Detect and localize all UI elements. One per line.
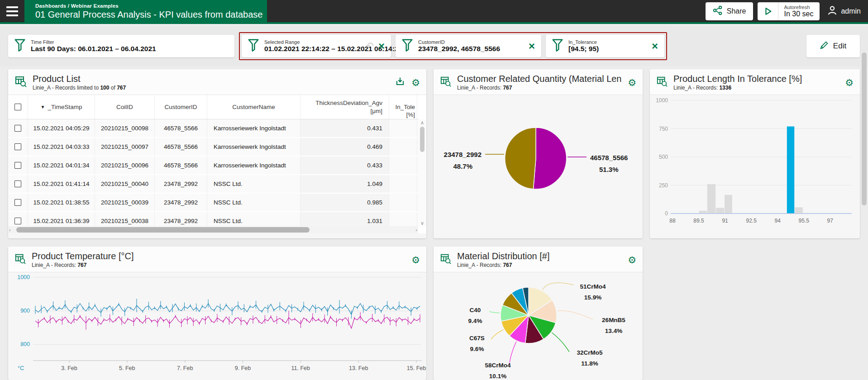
svg-text:1000: 1000	[656, 97, 668, 104]
page-scrollbar[interactable]	[861, 52, 867, 380]
table-body: 15.02.2021 04:05:2920210215_0009846578_5…	[8, 119, 418, 231]
user-menu[interactable]: admin	[827, 5, 861, 18]
horizontal-scroll-thumb[interactable]	[16, 227, 310, 233]
row-checkbox[interactable]	[14, 180, 21, 187]
table-row[interactable]: 15.02.2021 01:41:1420210215_0004023478_2…	[8, 175, 418, 194]
table-report-icon	[14, 253, 26, 266]
panel-title: Product Length In Tolerance [%]	[673, 74, 839, 84]
time-filter-value: Last 90 Days: 06.01.2021 – 06.04.2021	[31, 45, 156, 53]
product-list-header: Product List Linie_A - Records limited t…	[8, 69, 426, 95]
temperature-line-chart[interactable]: 80090010003. Feb5. Feb7. Feb9. Feb11. Fe…	[8, 272, 426, 379]
select-all-cell	[8, 95, 28, 119]
vertical-scroll-thumb[interactable]	[420, 127, 424, 152]
intolerance-cell	[389, 138, 417, 156]
intolerance-cell	[389, 175, 417, 193]
svg-text:95.5: 95.5	[799, 218, 810, 224]
table-row[interactable]: 15.02.2021 04:01:3420210215_0009646578_5…	[8, 157, 418, 175]
material-distribution-panel: Material Distribution [#] Linie_A - Reco…	[434, 247, 643, 380]
customer-pie-chart[interactable]: 46578_556651.3%23478_299248.7%	[434, 95, 643, 233]
play-icon[interactable]	[758, 2, 778, 20]
row-checkbox-cell	[8, 194, 28, 211]
temperature-header: Product Temperature [°C] Linie_A - Recor…	[8, 247, 426, 272]
table-row[interactable]: 15.02.2021 01:38:5520210215_0003923478_2…	[8, 194, 418, 212]
column-header-customerid[interactable]: CustomerID	[155, 95, 207, 119]
customername-cell: Karrosseriewerk Ingolstadt	[207, 138, 300, 156]
customername-cell: NSSC Ltd.	[207, 175, 300, 193]
svg-text:15. Feb: 15. Feb	[407, 365, 426, 371]
svg-text:94: 94	[775, 218, 781, 224]
product-list-panel: Product List Linie_A - Records limited t…	[8, 69, 426, 238]
filter-bar: Time Filter Last 90 Days: 06.01.2021 – 0…	[0, 26, 868, 66]
coilid-cell: 20210215_00039	[95, 194, 155, 211]
svg-text:48.7%: 48.7%	[453, 162, 472, 170]
table-row[interactable]: 15.02.2021 04:03:3320210215_0009746578_5…	[8, 138, 418, 157]
scroll-right-icon[interactable]: ›	[415, 227, 417, 233]
select-all-checkbox[interactable]	[14, 104, 21, 110]
time-filter-card[interactable]: Time Filter Last 90 Days: 06.01.2021 – 0…	[8, 35, 234, 57]
scroll-left-icon[interactable]: ‹	[9, 227, 11, 233]
download-icon[interactable]	[395, 76, 405, 88]
temperature-panel: Product Temperature [°C] Linie_A - Recor…	[8, 247, 426, 380]
autorefresh-label: Autorefresh	[784, 5, 813, 10]
in-tolerance-filter-card[interactable]: In_Tolerance [94.5; 95) ×	[546, 35, 664, 57]
user-icon	[827, 5, 838, 18]
gear-icon[interactable]: ⚙	[628, 255, 636, 265]
breadcrumb[interactable]: Dashboards / Webinar Examples	[35, 3, 260, 9]
tolerance-histogram-chart[interactable]: 025050075010008889.59192.59495.597	[650, 95, 860, 233]
column-header-intolerance[interactable]: In_Tole[%]	[389, 95, 417, 119]
svg-text:88: 88	[669, 218, 676, 224]
coilid-cell: 20210215_00040	[95, 175, 155, 193]
material-pie-chart[interactable]: 51CrMo415.9%26MnB513.4%32CrMo511.8%58CrM…	[434, 272, 643, 380]
time-filter-label: Time Filter	[31, 39, 156, 45]
svg-text:1000: 1000	[17, 274, 30, 280]
svg-text:800: 800	[20, 341, 30, 347]
thickness-cell: 1.049	[300, 175, 389, 193]
hamburger-menu-icon[interactable]	[0, 0, 24, 22]
column-header-coilid[interactable]: CoilID	[95, 95, 155, 119]
gear-icon[interactable]: ⚙	[411, 255, 420, 265]
gear-icon[interactable]: ⚙	[845, 78, 854, 87]
table-vertical-scrollbar[interactable]: ∧ ∨	[418, 119, 426, 226]
gear-icon[interactable]: ⚙	[628, 78, 636, 87]
scroll-up-icon[interactable]: ∧	[420, 119, 424, 126]
table-row[interactable]: 15.02.2021 04:05:2920210215_0009846578_5…	[8, 119, 418, 138]
thickness-cell: 0.985	[300, 194, 389, 211]
edit-button[interactable]: Edit	[806, 35, 860, 57]
customer-quantity-header: Customer Related Quantity (Material Len …	[434, 69, 643, 95]
gear-icon[interactable]: ⚙	[411, 78, 420, 87]
scroll-down-icon[interactable]: ∨	[420, 220, 424, 226]
table-report-icon	[440, 76, 452, 89]
page-scroll-thumb[interactable]	[862, 52, 867, 205]
row-checkbox-cell	[8, 157, 28, 174]
column-header-thickness[interactable]: ThicknessDeviation_Agv[μm]	[300, 95, 389, 119]
selected-range-filter-card[interactable]: Selected Range 01.02.2021 22:14:22 – 15.…	[242, 35, 391, 57]
share-button[interactable]: Share	[706, 2, 754, 20]
row-checkbox[interactable]	[14, 125, 21, 132]
remove-customer-filter-icon[interactable]: ×	[524, 41, 535, 52]
table-horizontal-scrollbar[interactable]: ‹ ›	[8, 226, 418, 233]
autorefresh-button[interactable]: Autorefresh In 30 sec	[758, 2, 820, 20]
undo-icon[interactable]: ↶	[366, 41, 374, 51]
svg-text:51.3%: 51.3%	[599, 166, 619, 173]
autorefresh-status: Autorefresh In 30 sec	[778, 3, 820, 20]
svg-text:97: 97	[827, 218, 834, 224]
column-header-customername[interactable]: CustomerName	[207, 95, 300, 119]
intolerance-cell	[389, 119, 417, 137]
page-title: 01 General Process Analysis - KPI values…	[35, 10, 260, 20]
svg-text:9. Feb: 9. Feb	[235, 365, 251, 371]
coilid-cell: 20210215_00098	[95, 119, 155, 137]
row-checkbox[interactable]	[14, 143, 21, 150]
row-checkbox[interactable]	[14, 162, 21, 169]
remove-range-filter-icon[interactable]: ×	[374, 41, 385, 52]
table-header-row: ▼_TimeStamp CoilID CustomerID CustomerNa…	[8, 95, 418, 119]
title-banner: Dashboards / Webinar Examples 01 General…	[24, 0, 267, 22]
column-header-timestamp[interactable]: ▼_TimeStamp	[28, 95, 95, 119]
row-checkbox-cell	[8, 138, 28, 156]
customerid-cell: 23478_2992	[155, 194, 207, 211]
row-checkbox[interactable]	[14, 218, 21, 224]
coilid-cell: 20210215_00096	[95, 157, 155, 174]
remove-tolerance-filter-icon[interactable]: ×	[647, 41, 658, 52]
customer-id-filter-card[interactable]: CustomerID 23478_2992, 46578_5566 ×	[396, 35, 541, 57]
customerid-cell: 46578_5566	[155, 157, 207, 174]
row-checkbox[interactable]	[14, 199, 21, 206]
